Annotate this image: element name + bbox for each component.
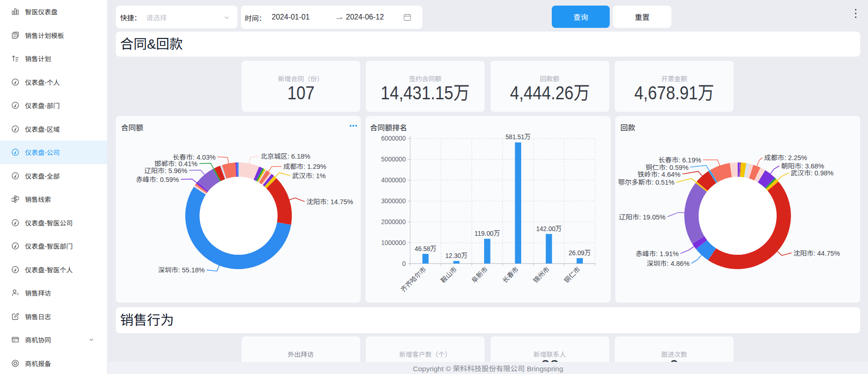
svg-text:辽阳市: 19.05%: 辽阳市: 19.05%	[619, 213, 666, 221]
svg-text:119.00万: 119.00万	[474, 229, 500, 237]
svg-text:铜仁市: 铜仁市	[562, 265, 581, 284]
svg-text:1000000: 1000000	[381, 239, 406, 246]
svg-text:142.00万: 142.00万	[536, 225, 562, 232]
svg-text:长春市: 6.19%: 长春市: 6.19%	[658, 156, 702, 164]
svg-text:12.30万: 12.30万	[445, 251, 467, 259]
svg-text:深圳市: 55.18%: 深圳市: 55.18%	[158, 266, 205, 274]
svg-text:长春市: 长春市	[501, 265, 520, 284]
svg-text:北京城区: 6.18%: 北京城区: 6.18%	[261, 153, 310, 160]
svg-text:26.09万: 26.09万	[568, 249, 591, 257]
svg-text:沈阳市: 14.75%: 沈阳市: 14.75%	[306, 198, 353, 206]
svg-text:成都市: 2.25%: 成都市: 2.25%	[764, 154, 807, 161]
svg-text:2000000: 2000000	[381, 218, 406, 226]
svg-text:鞍山市: 鞍山市	[439, 265, 458, 284]
svg-text:铜仁市: 0.59%: 铜仁市: 0.59%	[645, 164, 689, 171]
svg-text:锦州市: 锦州市	[532, 265, 551, 284]
svg-text:6000000: 6000000	[381, 135, 406, 142]
svg-text:沈阳市: 44.75%: 沈阳市: 44.75%	[793, 250, 840, 257]
svg-text:鄂尔多斯市: 0.51%: 鄂尔多斯市: 0.51%	[618, 179, 675, 186]
svg-text:46.58万: 46.58万	[415, 245, 436, 252]
svg-text:深圳市: 4.86%: 深圳市: 4.86%	[647, 260, 690, 267]
svg-text:辽阳市: 5.96%: 辽阳市: 5.96%	[144, 167, 187, 174]
svg-text:齐齐哈尔市: 齐齐哈尔市	[399, 265, 428, 294]
svg-text:0: 0	[402, 260, 406, 267]
svg-text:武汉市: 0.98%: 武汉市: 0.98%	[791, 169, 834, 177]
svg-text:581.51万: 581.51万	[505, 133, 530, 141]
svg-text:阜新市: 阜新市	[470, 265, 489, 284]
svg-text:4000000: 4000000	[381, 176, 406, 184]
svg-text:赤峰市: 0.59%: 赤峰市: 0.59%	[136, 176, 179, 183]
svg-text:朝阳市: 3.68%: 朝阳市: 3.68%	[781, 162, 824, 170]
svg-text:成都市: 1.29%: 成都市: 1.29%	[283, 163, 326, 170]
svg-text:铁岭市: 4.64%: 铁岭市: 4.64%	[638, 171, 681, 178]
svg-text:5000000: 5000000	[381, 155, 406, 163]
svg-text:3000000: 3000000	[381, 197, 406, 205]
svg-text:赤峰市: 1.91%: 赤峰市: 1.91%	[636, 250, 679, 258]
svg-text:武汉市: 1%: 武汉市: 1%	[292, 172, 326, 180]
